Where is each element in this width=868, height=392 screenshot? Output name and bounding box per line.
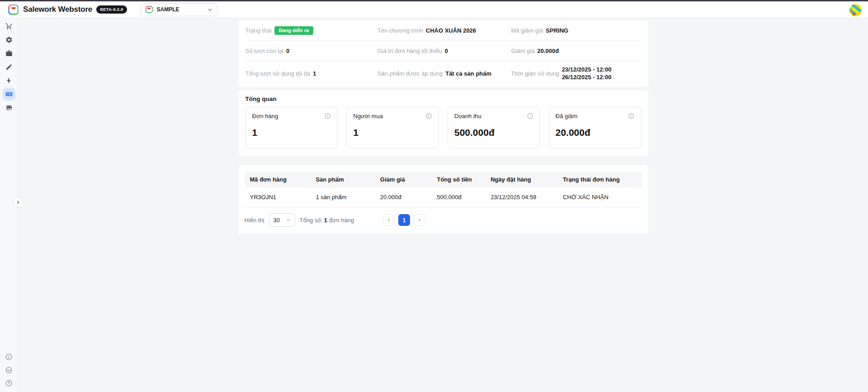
field-label: Thời gian sử dụng bbox=[511, 70, 559, 77]
stats-row: Đơn hàng 1 Người mua 1 Doanh thu bbox=[245, 107, 641, 148]
overview-card: Tổng quan Đơn hàng 1 Người mua 1 bbox=[238, 90, 648, 156]
app-logo-icon bbox=[8, 5, 19, 15]
app-header: Salework Webstore BETA-0.2.0 SAMPLE bbox=[0, 1, 868, 18]
stat-value: 1 bbox=[353, 127, 432, 138]
field-label: Giảm giá bbox=[511, 48, 535, 54]
next-page-button[interactable] bbox=[414, 214, 425, 226]
stat-label: Doanh thu bbox=[454, 113, 481, 120]
promo-info-row: Tổng lượt sử dụng tối đa 1 Sản phẩm được… bbox=[245, 61, 641, 87]
field-label: Giá trị đơn hàng tối thiểu bbox=[377, 48, 442, 54]
field-label: Tên chương trình bbox=[377, 27, 423, 34]
store-selector-dropdown[interactable]: SAMPLE bbox=[141, 3, 217, 16]
page-size-select[interactable]: 30 bbox=[269, 213, 295, 227]
cell-total: 500.000đ bbox=[431, 187, 485, 208]
field-label: Số lượt còn lại bbox=[245, 48, 283, 54]
store-logo-icon bbox=[146, 6, 153, 13]
chevron-right-icon bbox=[16, 200, 20, 205]
promo-field-usage-period: Thời gian sử dụng 23/12/2025 - 12:00 26/… bbox=[511, 66, 641, 81]
stat-card-orders: Đơn hàng 1 bbox=[245, 107, 338, 148]
cell-order-code: YR3OJN1 bbox=[245, 187, 311, 208]
info-icon[interactable] bbox=[325, 113, 330, 119]
promo-field-status: Trạng thái Đang diễn ra bbox=[245, 26, 377, 35]
chevron-left-icon bbox=[387, 218, 391, 222]
promo-info-card: Trạng thái Đang diễn ra Tên chương trình… bbox=[238, 20, 648, 87]
period-start: 23/12/2025 - 12:00 bbox=[562, 66, 612, 73]
orders-table-card: Mã đơn hàng Sản phẩm Giảm giá Tổng số ti… bbox=[238, 165, 648, 234]
col-order-code: Mã đơn hàng bbox=[245, 172, 311, 187]
col-total: Tổng số tiền bbox=[431, 172, 485, 187]
field-value: 0 bbox=[286, 48, 289, 54]
field-value: 20.000đ bbox=[538, 48, 559, 54]
field-label: Mã giảm giá bbox=[511, 27, 543, 34]
cell-product: 1 sản phẩm bbox=[310, 187, 374, 208]
page-1-button[interactable]: 1 bbox=[398, 214, 410, 226]
period-end: 26/12/2025 - 12:00 bbox=[562, 73, 612, 81]
promo-field-discount-code: Mã giảm giá SPRING bbox=[511, 26, 641, 35]
gear-icon bbox=[5, 36, 13, 43]
sidebar-item-orders[interactable] bbox=[2, 19, 16, 33]
pen-icon bbox=[5, 63, 13, 71]
cell-order-date: 23/12/2025 04:59 bbox=[485, 187, 557, 208]
promo-field-min-order-value: Giá trị đơn hàng tối thiểu 0 bbox=[377, 46, 511, 55]
page-size-label: Hiển thị bbox=[245, 217, 264, 224]
field-value: SPRING bbox=[546, 27, 568, 34]
page-size-value: 30 bbox=[274, 217, 280, 224]
sidebar-item-automation[interactable] bbox=[2, 74, 16, 87]
status-badge: Đang diễn ra bbox=[274, 26, 314, 35]
total-prefix: Tổng số: bbox=[300, 217, 323, 224]
promo-info-row: Số lượt còn lại 0 Giá trị đơn hàng tối t… bbox=[245, 41, 641, 61]
sidebar-item-discounts[interactable] bbox=[2, 87, 16, 101]
col-order-date: Ngày đặt hàng bbox=[485, 172, 557, 187]
cell-discount: 20.000đ bbox=[375, 187, 432, 208]
stat-value: 1 bbox=[252, 127, 331, 138]
prev-page-button[interactable] bbox=[383, 214, 395, 226]
col-discount: Giảm giá bbox=[375, 172, 432, 187]
stat-card-revenue: Doanh thu 500.000đ bbox=[448, 107, 540, 148]
activity-circle-icon[interactable] bbox=[2, 363, 15, 377]
chevron-down-icon bbox=[208, 7, 212, 12]
field-label: Sản phẩm được áp dụng bbox=[377, 70, 443, 77]
promo-info-row: Trạng thái Đang diễn ra Tên chương trình… bbox=[245, 20, 641, 41]
storefront-icon bbox=[5, 104, 13, 111]
field-value: CHÀO XUÂN 2026 bbox=[426, 27, 476, 34]
promo-field-remaining-uses: Số lượt còn lại 0 bbox=[245, 46, 377, 55]
promo-field-applied-products: Sản phẩm được áp dụng Tất cả sản phẩm bbox=[377, 69, 511, 78]
sidebar-item-settings[interactable] bbox=[2, 33, 16, 47]
promo-field-max-total-uses: Tổng lượt sử dụng tối đa 1 bbox=[245, 69, 377, 78]
lightning-icon bbox=[5, 77, 13, 84]
cart-icon bbox=[5, 23, 13, 30]
table-header-row: Mã đơn hàng Sản phẩm Giảm giá Tổng số ti… bbox=[245, 172, 642, 187]
pagination: 1 bbox=[383, 214, 425, 226]
stat-card-buyers: Người mua 1 bbox=[346, 107, 439, 148]
sidebar-expand-button[interactable] bbox=[13, 197, 23, 207]
field-value: Tất cả sản phẩm bbox=[445, 70, 491, 77]
briefcase-icon bbox=[5, 50, 13, 57]
help-circle-icon[interactable] bbox=[2, 377, 15, 390]
total-suffix: đơn hàng bbox=[329, 217, 354, 224]
total-count-text: Tổng số: 1 đơn hàng bbox=[300, 217, 354, 224]
sidebar-item-design[interactable] bbox=[2, 60, 16, 74]
stat-label: Đơn hàng bbox=[252, 113, 278, 120]
stat-label: Đã giảm bbox=[556, 113, 577, 120]
voucher-icon bbox=[5, 91, 13, 98]
info-icon[interactable] bbox=[426, 113, 432, 119]
info-icon[interactable] bbox=[527, 113, 533, 119]
store-selector-value: SAMPLE bbox=[157, 6, 179, 13]
stat-card-discounted: Đã giảm 20.000đ bbox=[549, 107, 641, 148]
cell-order-status: CHỜ XÁC NHẬN bbox=[557, 187, 642, 208]
overview-title: Tổng quan bbox=[245, 96, 641, 102]
sidebar-item-store[interactable] bbox=[2, 101, 16, 115]
promo-field-program-name: Tên chương trình CHÀO XUÂN 2026 bbox=[377, 26, 511, 35]
info-circle-icon[interactable] bbox=[2, 350, 15, 363]
orders-table: Mã đơn hàng Sản phẩm Giảm giá Tổng số ti… bbox=[245, 172, 642, 208]
stat-value: 500.000đ bbox=[454, 127, 533, 138]
chevron-right-icon bbox=[417, 218, 422, 222]
field-label: Trạng thái bbox=[245, 27, 272, 34]
stat-value: 20.000đ bbox=[556, 127, 634, 138]
app-title: Salework Webstore bbox=[23, 5, 92, 14]
info-icon[interactable] bbox=[628, 113, 634, 119]
chat-widget-icon[interactable] bbox=[849, 4, 862, 17]
sidebar-item-products[interactable] bbox=[2, 47, 16, 60]
table-row: YR3OJN1 1 sản phẩm 20.000đ 500.000đ 23/1… bbox=[245, 187, 642, 208]
usage-period-dates: 23/12/2025 - 12:00 26/12/2025 - 12:00 bbox=[562, 66, 612, 81]
